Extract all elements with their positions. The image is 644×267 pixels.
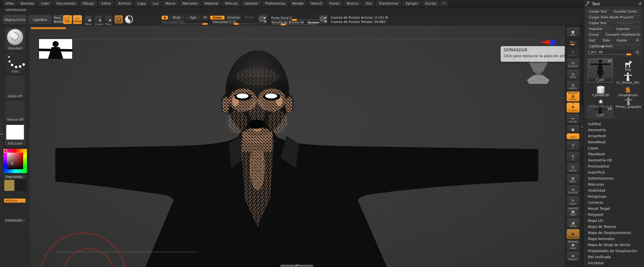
subpalette-header[interactable]: FiberMesh xyxy=(583,151,644,157)
subpalette-header[interactable]: Inicializar xyxy=(583,260,644,266)
export-button[interactable]: Exportar xyxy=(614,26,641,31)
subpalette-header[interactable]: Piel Unificada xyxy=(583,254,644,260)
subpalette-header[interactable]: Mapa de Despl de Vector xyxy=(583,242,644,248)
stroke-size-icon-button[interactable]: S xyxy=(258,15,267,24)
lightbox-tools-button[interactable]: Lightbox▶Tools xyxy=(587,44,641,49)
secondary-color-swatch[interactable] xyxy=(16,180,26,191)
copy-tool-button[interactable]: Copiar Tool xyxy=(587,21,614,26)
subpalette-header[interactable]: Mapa UV xyxy=(583,218,644,224)
right-divider-handle[interactable]: ►► xyxy=(581,124,583,130)
menu-item[interactable]: Capa xyxy=(135,1,148,6)
home-page-button[interactable]: Página Inicio xyxy=(3,15,26,24)
shelf-button[interactable]: ↻ Z xyxy=(567,151,580,161)
menu-item[interactable]: Color xyxy=(38,1,52,6)
left-divider-strip[interactable]: ◄► xyxy=(0,116,3,177)
z-intensity-knob[interactable] xyxy=(233,23,239,25)
menu-item[interactable]: Brochas xyxy=(18,1,37,6)
rgb-intensity-slider[interactable] xyxy=(162,24,208,24)
zadd-toggle[interactable]: Zmás xyxy=(210,16,225,20)
goz-visible-button[interactable]: Visible xyxy=(615,38,633,43)
subpalette-header[interactable]: Visibilidad xyxy=(583,187,644,193)
brush-size-knob[interactable] xyxy=(280,23,286,25)
shelf-button[interactable]: ⊕ Despiez xyxy=(567,251,580,261)
zsub-toggle[interactable]: Zmenos xyxy=(226,16,241,20)
scale-button[interactable]: S Escalar xyxy=(95,16,102,23)
document-preview-thumbnail[interactable] xyxy=(39,39,72,59)
saturation-value-square[interactable] xyxy=(7,153,23,169)
m-toggle[interactable]: M xyxy=(202,16,209,20)
shelf-button[interactable]: ↺ Y xyxy=(567,140,580,150)
menu-item[interactable]: Editar xyxy=(99,1,114,6)
mrgb-toggle[interactable]: Mrgb xyxy=(169,16,184,20)
tool-item-tpose[interactable]: TPose1_polysphe xyxy=(615,96,642,109)
shelf-button[interactable]: XYZ xyxy=(567,133,580,139)
menu-item[interactable]: Luz xyxy=(150,1,161,6)
menu-item[interactable]: Render xyxy=(290,1,307,6)
subpalette-header[interactable]: Morph Target xyxy=(583,206,644,212)
shelf-button[interactable]: ▤ Mover xyxy=(567,174,580,184)
menu-item[interactable]: Macro xyxy=(163,1,178,6)
tool-slider[interactable] xyxy=(588,54,632,55)
brush-quickpick-button[interactable] xyxy=(114,15,123,24)
menu-item[interactable]: Zscript xyxy=(422,1,439,6)
subpalette-header[interactable]: Polypaint xyxy=(583,212,644,218)
subpalette-header[interactable]: Mapa de Textura xyxy=(583,224,644,230)
focal-shift-slider[interactable] xyxy=(271,20,318,20)
brush-size-slider[interactable] xyxy=(271,24,318,25)
current-stroke-slot[interactable]: Dots xyxy=(5,52,26,74)
tool-item-dog[interactable]: Dog xyxy=(615,59,641,71)
shelf-button[interactable]: ◎ 100% xyxy=(567,69,580,79)
shelf-button[interactable]: Y ▼ Cuadric xyxy=(567,103,580,113)
airbrush-toggle[interactable]: A xyxy=(162,16,168,20)
lightbox-button[interactable]: LightBox xyxy=(28,15,52,24)
menu-item[interactable]: Dibujar xyxy=(80,1,97,6)
subpalette-header[interactable]: Superficie xyxy=(583,169,644,175)
load-tool-button[interactable]: Cargar Tool xyxy=(587,9,611,14)
subpalette-header[interactable]: SubTool xyxy=(583,121,644,127)
menu-item[interactable]: Archivo xyxy=(115,1,133,6)
menu-item[interactable]: Transformar xyxy=(376,1,401,6)
subpalette-header[interactable]: Propiedades de Visualización xyxy=(583,248,644,254)
shelf-button[interactable]: Dynamic ▦ Persp xyxy=(567,91,580,102)
shelf-button[interactable]: ▣ xyxy=(567,125,580,132)
shelf-button[interactable]: ↔ LocalS xyxy=(567,114,580,124)
separador-divider-bar[interactable] xyxy=(31,27,66,29)
subpalette-header[interactable]: NanoMesh xyxy=(583,139,644,145)
material-quickpick-button[interactable] xyxy=(125,15,133,23)
shelf-button[interactable]: ● BPR xyxy=(567,27,580,37)
color-picker[interactable] xyxy=(3,149,27,173)
menu-item[interactable]: Zplugin xyxy=(403,1,421,6)
axis-x-arrow[interactable] xyxy=(540,40,550,45)
subpalette-header[interactable]: Geometría xyxy=(583,127,644,133)
move-button[interactable]: M Mover xyxy=(85,16,92,23)
subpalette-header[interactable]: ArrayMesh xyxy=(583,133,644,139)
shelf-button[interactable]: ▤ MoverD xyxy=(567,47,580,57)
edit-button[interactable]: Edit xyxy=(63,15,72,24)
shelf-button[interactable]: SPix 3 xyxy=(567,38,580,46)
clone-button[interactable]: Clonar xyxy=(587,32,602,37)
subpalette-header[interactable]: Deformaciones xyxy=(583,175,644,181)
z-intensity-slider[interactable] xyxy=(213,24,258,24)
selected-color-swatch[interactable] xyxy=(4,149,7,153)
subpalette-header[interactable]: Mapa Normales xyxy=(583,236,644,242)
menu-item[interactable]: Alfas xyxy=(3,1,17,6)
bottom-tray-divider-handle[interactable] xyxy=(280,265,313,267)
goz-r-button[interactable]: R xyxy=(634,38,641,43)
tool-item-cl-female[interactable]: CL_female_LR1 xyxy=(615,72,641,84)
goz-button[interactable]: GoZ xyxy=(587,38,599,43)
menu-item[interactable]: Documento xyxy=(54,1,78,6)
main-color-swatch[interactable] xyxy=(4,180,15,191)
current-texture-slot[interactable]: Texture Off xyxy=(5,100,26,122)
subpalette-header[interactable]: Previsualizar xyxy=(583,163,644,169)
document-canvas[interactable]: SEPARADOR Click para restaurar la posici… xyxy=(30,25,565,267)
subpalette-header[interactable]: Máscaras xyxy=(583,181,644,187)
selected-tool-thumbnail[interactable]: 14 f_LR7 xyxy=(588,58,613,82)
subpalette-header[interactable]: Capas xyxy=(583,145,644,151)
alternate-button[interactable]: Alternar xyxy=(4,198,26,203)
shelf-button[interactable]: ● Fantasm xyxy=(567,229,580,239)
shelf-button[interactable]: ◎ Zoom2D xyxy=(567,58,580,68)
rgb-toggle[interactable]: Rgb xyxy=(186,16,200,20)
left-divider-handle[interactable]: ◄► xyxy=(0,130,3,139)
tool-item-f-lr7-small[interactable]: 14 f_LR7 xyxy=(588,106,613,117)
shelf-button[interactable]: ◎ Zoom3D xyxy=(567,185,580,195)
